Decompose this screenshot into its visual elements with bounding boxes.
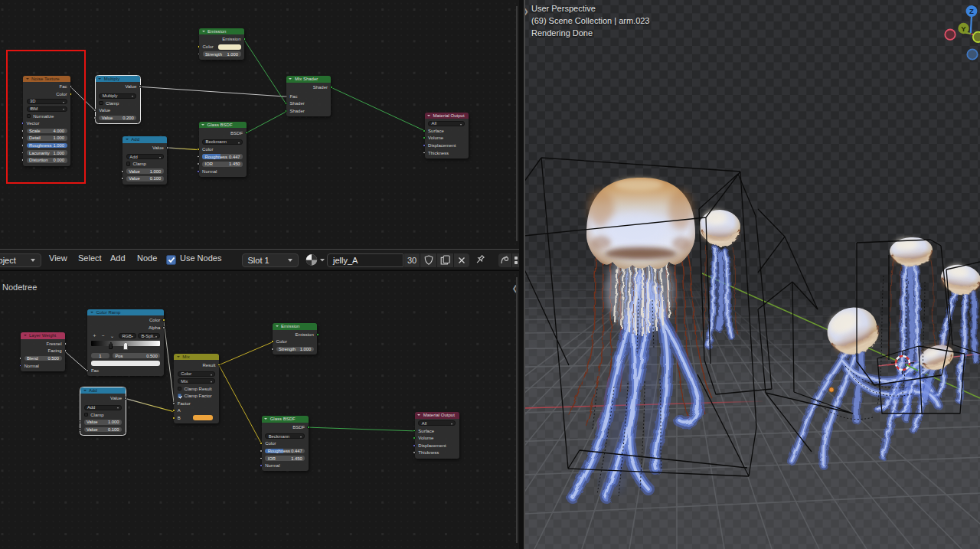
- svg-text:Y: Y: [961, 25, 966, 33]
- svg-text:Z: Z: [969, 7, 974, 15]
